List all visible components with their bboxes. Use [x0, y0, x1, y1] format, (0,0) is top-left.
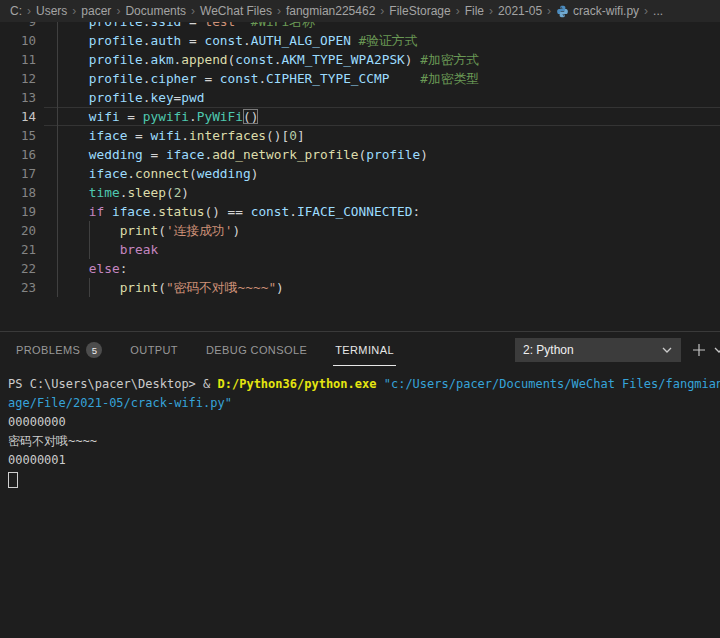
terminal-line: 密码不对哦~~~~	[8, 432, 720, 451]
code-line[interactable]: 20 print('连接成功')	[0, 221, 720, 240]
code-text: profile.cipher = const.CIPHER_TYPE_CCMP …	[58, 69, 479, 88]
breadcrumb-filename: crack-wifi.py	[573, 4, 639, 18]
code-token: time	[89, 185, 120, 200]
line-number: 18	[0, 183, 36, 202]
code-token: add_network_profile	[212, 147, 358, 162]
problems-count-badge: 5	[86, 342, 102, 358]
code-line[interactable]: 12 profile.cipher = const.CIPHER_TYPE_CC…	[0, 69, 720, 88]
code-editor[interactable]: 9 profile.ssid = test #WiFi名称10 profile.…	[0, 0, 720, 331]
code-token: ()	[243, 109, 258, 124]
code-token: ()[	[266, 128, 289, 143]
code-token: (	[158, 223, 166, 238]
breadcrumb-item[interactable]: FileStorage	[389, 4, 450, 18]
code-token: () ==	[204, 204, 250, 219]
code-token	[58, 52, 89, 67]
breadcrumb-item[interactable]: fangmian225462	[286, 4, 375, 18]
code-token: (	[158, 280, 166, 295]
code-token: print	[120, 280, 159, 295]
breadcrumb-separator: ›	[27, 4, 31, 18]
code-token: const	[251, 204, 290, 219]
code-line[interactable]: 13 profile.key=pwd	[0, 88, 720, 107]
code-token: )	[276, 280, 284, 295]
new-terminal-dropdown-button[interactable]	[713, 346, 720, 354]
panel-tab-problems[interactable]: PROBLEMS5	[14, 335, 104, 366]
code-token: auth	[150, 33, 181, 48]
line-number: 21	[0, 240, 36, 259]
code-line[interactable]: 19 if iface.status() == const.IFACE_CONN…	[0, 202, 720, 221]
code-line[interactable]: 11 profile.akm.append(const.AKM_TYPE_WPA…	[0, 50, 720, 69]
code-text: time.sleep(2)	[58, 183, 189, 202]
line-number: 12	[0, 69, 36, 88]
code-text: profile.auth = const.AUTH_ALG_OPEN #验证方式	[58, 31, 417, 50]
code-token: #加密类型	[389, 71, 479, 86]
code-text: wedding = iface.add_network_profile(prof…	[58, 145, 428, 164]
code-token: 0	[289, 128, 297, 143]
terminal-text: 00000001	[8, 453, 66, 467]
terminal-select[interactable]: 2: Python	[515, 338, 681, 362]
code-token	[58, 109, 89, 124]
code-token: .	[127, 166, 135, 181]
code-token: wifi	[89, 109, 120, 124]
code-line[interactable]: 18 time.sleep(2)	[0, 183, 720, 202]
plus-icon	[691, 342, 707, 358]
code-token: "密码不对哦~~~~"	[166, 280, 276, 295]
line-number: 19	[0, 202, 36, 221]
line-number: 13	[0, 88, 36, 107]
code-line[interactable]: 10 profile.auth = const.AUTH_ALG_OPEN #验…	[0, 31, 720, 50]
code-token: .	[289, 204, 297, 219]
code-line[interactable]: 22 else:	[0, 259, 720, 278]
breadcrumb-item[interactable]: pacer	[81, 4, 111, 18]
code-token: break	[120, 242, 159, 257]
terminal-line	[8, 470, 720, 489]
code-token: )	[405, 52, 413, 67]
code-line[interactable]: 14 wifi = pywifi.PyWiFi()	[0, 107, 720, 126]
code-token: print	[120, 223, 159, 238]
line-number: 22	[0, 259, 36, 278]
code-token: :	[120, 261, 128, 276]
breadcrumb: C:›Users›pacer›Documents›WeChat Files›fa…	[0, 0, 720, 22]
terminal-line: 00000001	[8, 451, 720, 470]
code-token: akm	[150, 52, 173, 67]
line-number: 23	[0, 278, 36, 297]
breadcrumb-item[interactable]: ...	[653, 4, 663, 18]
breadcrumb-item[interactable]: Users	[36, 4, 67, 18]
code-token: CIPHER_TYPE_CCMP	[266, 71, 389, 86]
code-token	[58, 204, 89, 219]
panel-tab-terminal[interactable]: TERMINAL	[333, 335, 396, 366]
breadcrumb-item[interactable]: Documents	[125, 4, 186, 18]
code-token: append	[181, 52, 227, 67]
breadcrumb-item[interactable]: C:	[10, 4, 22, 18]
terminal-output[interactable]: PS C:\Users\pacer\Desktop> & D:/Python36…	[8, 375, 720, 489]
panel-tab-output[interactable]: OUTPUT	[128, 335, 180, 366]
line-number: 20	[0, 221, 36, 240]
code-token: const	[204, 33, 243, 48]
breadcrumb-item[interactable]: WeChat Files	[200, 4, 272, 18]
breadcrumb-item[interactable]: File	[465, 4, 484, 18]
bottom-panel: PROBLEMS5OUTPUTDEBUG CONSOLETERMINAL 2: …	[0, 331, 720, 638]
code-token: =	[143, 147, 166, 162]
terminal-text: PS C:\Users\pacer\Desktop> &	[8, 377, 218, 391]
breadcrumb-item[interactable]: crack-wifi.py	[556, 4, 639, 18]
code-token: pwd	[181, 90, 204, 105]
code-line[interactable]: 17 iface.connect(wedding)	[0, 164, 720, 183]
code-line[interactable]: 16 wedding = iface.add_network_profile(p…	[0, 145, 720, 164]
code-token: profile	[89, 52, 143, 67]
code-text: break	[58, 240, 158, 259]
code-token: profile	[89, 71, 143, 86]
terminal-cursor	[8, 472, 18, 488]
code-token: .	[204, 147, 212, 162]
code-line[interactable]: 15 iface = wifi.interfaces()[0]	[0, 126, 720, 145]
line-number: 14	[0, 107, 36, 126]
panel-tab-debug-console[interactable]: DEBUG CONSOLE	[204, 335, 309, 366]
breadcrumb-item[interactable]: 2021-05	[498, 4, 542, 18]
new-terminal-button[interactable]	[691, 342, 707, 358]
code-line[interactable]: 23 print("密码不对哦~~~~")	[0, 278, 720, 297]
panel-tab-label: OUTPUT	[130, 344, 178, 356]
code-token: sleep	[127, 185, 166, 200]
code-token: iface	[166, 147, 205, 162]
vscode-window: C:›Users›pacer›Documents›WeChat Files›fa…	[0, 0, 720, 638]
code-token: else	[89, 261, 120, 276]
code-token: connect	[135, 166, 189, 181]
code-token: =	[120, 109, 143, 124]
code-line[interactable]: 21 break	[0, 240, 720, 259]
